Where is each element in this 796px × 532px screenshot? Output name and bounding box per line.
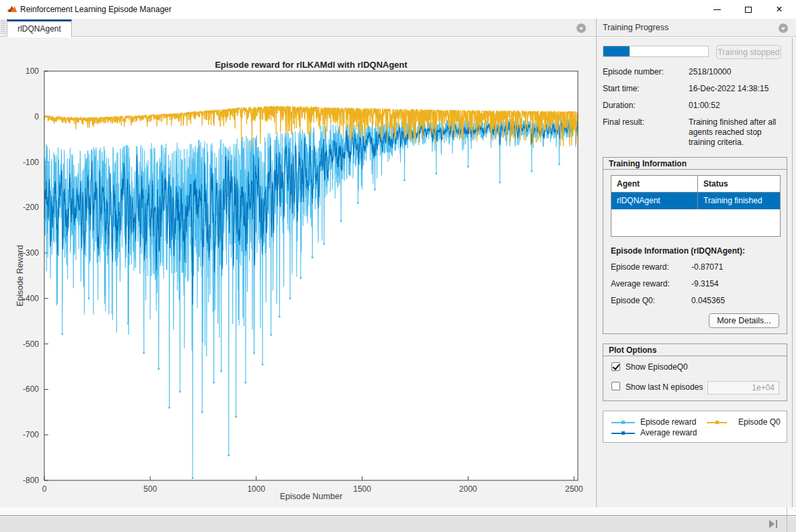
legend-label-episode-reward: Episode reward [640,417,696,427]
table-row[interactable]: rlDQNAgent Training finished [611,193,780,209]
minimize-button[interactable] [707,0,727,19]
checkbox-label: Show EpisodeQ0 [626,362,688,372]
field-label: Episode number: [603,67,664,76]
end-bar-icon [776,520,777,528]
status-cell: Training finished [697,193,780,209]
stat-episode-reward: Episode reward: -0.87071 [611,262,782,272]
status-bar [0,517,796,532]
field-value: Training finished after all agents reach… [689,117,787,148]
title-bar: Reinforcement Learning Episode Manager × [0,0,796,19]
matlab-logo-icon [7,4,17,15]
stat-average-reward: Average reward: -9.3154 [611,279,782,288]
horizontal-scrollbar[interactable] [0,507,796,516]
skip-end-icon[interactable] [769,520,780,528]
episode-info-title: Episode Information (rlDQNAgent): [611,246,745,256]
stat-value: -0.87071 [691,262,723,272]
section-title: Plot Options [603,344,787,356]
collapse-document-icon[interactable] [577,23,586,33]
field-label: Duration: [603,101,636,110]
svg-text:-500: -500 [23,339,39,349]
collapse-panel-icon[interactable] [779,23,788,33]
maximize-icon [745,7,752,13]
legend-marker [621,421,625,424]
training-stopped-button[interactable]: Training stopped [716,45,781,59]
legend-line-episode-reward [611,422,635,423]
svg-text:-300: -300 [23,248,39,258]
training-progress-bar [603,46,709,57]
right-margin [793,38,796,507]
chevron-down-icon [579,28,583,30]
checkbox-label: Show last N episodes [626,382,703,392]
tab-rldqnagent[interactable]: rlDQNAgent [7,19,72,37]
svg-text:0: 0 [34,112,39,121]
field-value: 01:00:52 [689,101,787,111]
svg-text:-800: -800 [23,476,39,485]
legend-marker [715,421,719,424]
panel-title: Training Progress [603,19,668,37]
stat-episode-q0: Episode Q0: 0.045365 [611,296,782,305]
stat-label: Average reward: [611,279,670,288]
chevron-down-icon [781,28,785,30]
field-value: 16-Dec-2022 14:38:15 [689,84,787,94]
stat-label: Episode reward: [611,262,669,272]
field-label: Final result: [603,117,644,127]
show-last-n-episodes-checkbox[interactable] [611,382,620,390]
chart-legend: Episode reward Average reward Episode Q0 [603,411,787,443]
chart-title: Episode reward for rlLKAMdl with rlDQNAg… [44,60,578,70]
svg-text:-200: -200 [23,203,39,212]
close-icon: × [776,4,782,15]
progress-fill [603,46,630,56]
svg-text:-100: -100 [23,158,39,167]
column-header-status: Status [697,176,780,192]
x-axis-label: Episode Number [44,492,578,501]
legend-marker [621,431,625,435]
field-label: Start time: [603,84,640,93]
legend-line-episode-q0 [707,422,727,423]
agent-cell: rlDQNAgent [611,193,697,209]
svg-text:-400: -400 [23,294,39,303]
stat-label: Episode Q0: [611,296,655,305]
more-details-button[interactable]: More Details... [709,313,779,328]
show-episodeq0-checkbox[interactable] [611,362,620,371]
table-header-row: Agent Status [611,176,780,193]
agent-status-table: Agent Status rlDQNAgent Training finishe… [611,175,781,237]
window-title: Reinforcement Learning Episode Manager [20,0,171,19]
plot-options-section: Plot Options Show EpisodeQ0 Show last N … [603,343,787,401]
field-value: 2518/10000 [689,67,787,77]
svg-text:-600: -600 [23,384,39,394]
dock-grip-icon[interactable] [1,21,5,35]
triangle-right-icon [769,520,775,528]
status-bar-divider [787,507,787,532]
legend-line-average-reward [611,433,635,434]
n-episodes-input[interactable] [707,381,779,394]
tab-strip: rlDQNAgent [0,19,796,37]
chart-area: 050010001500200025001000-100-200-300-400… [0,38,596,507]
section-title: Training Information [603,158,787,170]
legend-label-episode-q0: Episode Q0 [738,417,781,427]
training-information-section: Training Information Agent Status rlDQNA… [603,157,787,334]
svg-text:100: 100 [26,66,39,76]
stat-value: 0.045365 [691,296,725,305]
training-progress-panel: Training stopped Episode number: 2518/10… [597,38,792,507]
svg-text:-700: -700 [23,430,39,439]
stat-value: -9.3154 [691,279,719,288]
column-header-agent: Agent [611,176,697,192]
minimize-icon [713,9,721,10]
legend-label-average-reward: Average reward [640,428,697,438]
maximize-button[interactable] [738,0,758,19]
app-window: Reinforcement Learning Episode Manager ×… [0,0,796,532]
reward-plot-svg: 050010001500200025001000-100-200-300-400… [0,38,596,507]
close-button[interactable]: × [769,0,789,19]
